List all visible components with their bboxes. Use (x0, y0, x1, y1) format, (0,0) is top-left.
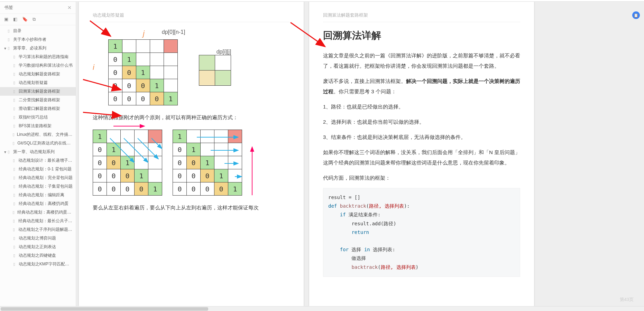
grid-2b: 101001000100001 (173, 130, 242, 196)
bookmark-icon[interactable]: 🔖 (22, 17, 28, 22)
grid2a-wrap: 101001000100001 (93, 130, 162, 196)
right-li1: 1、路径：也就是已经做出的选择。 (323, 102, 520, 112)
grid2b-wrap: 101001000100001 (173, 130, 242, 196)
outline-item[interactable]: ▯Linux的进程、线程、文件描述符是什… (0, 130, 76, 139)
outline-item-label: 经典动态规划：完全背包问题 (19, 175, 73, 181)
outline-item-label: 关于本小抄和作者 (13, 37, 46, 43)
outline-item[interactable]: ▯目录 (0, 27, 76, 35)
outline-item[interactable]: ▾▯第零章、必读系列 (0, 44, 76, 53)
outline-item[interactable]: ▯动态规划之子序列问题解题模板 (0, 225, 76, 234)
main-grid-wrap: j dp[0][n-1] 101001000100001 (108, 29, 185, 105)
right-p4: 代码方面，回溯算法的框架： (323, 173, 520, 183)
right-li3: 3、结束条件：也就是到达决策树底层，无法再做选择的条件。 (323, 132, 520, 142)
right-p2c: 。你只需要思考 3 个问题： (333, 88, 396, 94)
outline-item-label: 回溯算法解题套路框架 (19, 88, 60, 94)
outline-item-label: 动态规划之博弈问题 (19, 235, 56, 241)
page-left-header: 动态规划答疑篇 (93, 12, 290, 22)
right-li2: 2、选择列表：也就是你当前可以做的选择。 (323, 117, 520, 127)
close-icon[interactable]: ✕ (67, 5, 72, 10)
small-dp-grid (199, 55, 231, 86)
outline-item-label: 第零章、必读系列 (13, 45, 46, 51)
outline-item-label: Git/SQL/正则表达式的在线练习平台 (17, 140, 73, 146)
page-left: 动态规划答疑篇 i j dp[0][n-1] 101001000100001 d… (79, 2, 304, 306)
outline-item-label: 双指针技巧总结 (19, 114, 48, 120)
outline-icon[interactable]: ▣ (4, 17, 8, 22)
outline-item[interactable]: ▯经典动态规划：编辑距离 (0, 191, 76, 199)
sidebar-title: 书签 (4, 4, 13, 11)
page-right-header: 回溯算法解题套路框架 (323, 12, 520, 22)
outline-item[interactable]: ▾▯第一章、动态规划系列 (0, 148, 76, 156)
outline-item[interactable]: ▯关于本小抄和作者 (0, 35, 76, 44)
outline-item-label: 经典动态规划：编辑距离 (19, 192, 64, 198)
outline-item-label: 动态规划之子序列问题解题模板 (18, 227, 73, 233)
main-area: 书签 ✕ ▣ ◧ 🔖 ⧉ ▯目录▯关于本小抄和作者▾▯第零章、必读系列▯学习算法… (0, 2, 644, 306)
outline-item[interactable]: ▯动态规划之正则表达 (0, 243, 76, 251)
pages-viewport[interactable]: 动态规划答疑篇 i j dp[0][n-1] 101001000100001 d… (76, 2, 644, 306)
outline-item[interactable]: ▯回溯算法解题套路框架 (0, 87, 76, 96)
diagram-row-1: i j dp[0][n-1] 101001000100001 dp[i][j] (93, 29, 290, 105)
sidebar-toolbar: ▣ ◧ 🔖 ⧉ (0, 14, 76, 25)
outline-item-label: 学习数据结构和算法读什么书 (19, 63, 73, 68)
page-right: 回溯算法解题套路框架 回溯算法详解 这篇文章是很久之前的一篇《回溯算法详解》的进… (309, 2, 534, 306)
outline-item-label: 动态规划解题套路框架 (19, 71, 60, 77)
outline-item-label: 动态规划设计：最长递增子序列 (18, 158, 73, 163)
outline-item[interactable]: ▯经典动态规划：0-1 背包问题 (0, 165, 76, 173)
outline-item[interactable]: ▯动态规划之博弈问题 (0, 234, 76, 243)
outline-item[interactable]: ▯二分查找解题套路框架 (0, 96, 76, 104)
outline-item[interactable]: ▯动态规划答疑篇 (0, 78, 76, 87)
dp-top-label: dp[0][n-1] (162, 29, 185, 38)
outline-item-label: 学习算法和刷题的思路指南 (19, 54, 68, 60)
right-p2a: 废话不多说，直接上回溯算法框架。 (323, 78, 406, 84)
grid-2a: 101001000100001 (93, 130, 162, 196)
outline-item[interactable]: ▯学习数据结构和算法读什么书 (0, 61, 76, 70)
outline-item-label: 动态规划答疑篇 (19, 80, 48, 86)
outline-item-label: BFS算法套路框架 (19, 123, 52, 129)
help-badge-icon[interactable]: 📋 (632, 11, 640, 19)
outline-item[interactable]: ▯动态规划之四键键盘 (0, 251, 76, 260)
outline-item[interactable]: ▯BFS算法套路框架 (0, 122, 76, 130)
outline-item[interactable]: ▯Git/SQL/正则表达式的在线练习平台 (0, 139, 76, 148)
outline-item-label: 经典动态规划：高楼扔鸡蛋 (19, 201, 68, 207)
outline-item[interactable]: ▯经典动态规划：子集背包问题 (0, 182, 76, 191)
outline-item[interactable]: ▯学习算法和刷题的思路指南 (0, 53, 76, 61)
outline-item-label: 目录 (13, 28, 21, 34)
outline-item-label: 动态规划之四键键盘 (19, 253, 56, 258)
right-p3: 如果你不理解这三个词语的解释，没关系，我们后面会用「全排列」和「N 皇后问题」这… (323, 147, 520, 168)
small-grid-wrap: dp[i][j] (199, 49, 231, 86)
main-dp-grid: 101001000100001 (108, 39, 178, 105)
thumbnail-icon[interactable]: ◧ (13, 17, 17, 22)
outline-item[interactable]: ▯经典动态规划：完全背包问题 (0, 173, 76, 182)
outline-item[interactable]: ▯滑动窗口解题套路框架 (0, 104, 76, 113)
outline-item[interactable]: ▯动态规划解题套路框架 (0, 70, 76, 78)
scrollbar-thumb[interactable] (1, 307, 208, 311)
outline-item[interactable]: ▯动态规划之KMP字符匹配算法 (0, 260, 76, 268)
outline-item-label: 第一章、动态规划系列 (13, 149, 55, 155)
outline-item-label: 经典动态规划：高楼扔鸡蛋（进阶） (17, 209, 73, 215)
page-number-button[interactable]: 第43页 (620, 296, 634, 303)
outline-item-label: 经典动态规划：0-1 背包问题 (19, 166, 72, 172)
outline-item[interactable]: ▯双指针技巧总结 (0, 113, 76, 122)
outline-item-label: 经典动态规划：最长公共子序列 (18, 218, 73, 224)
outline-tree[interactable]: ▯目录▯关于本小抄和作者▾▯第零章、必读系列▯学习算法和刷题的思路指南▯学习数据… (0, 25, 76, 306)
j-axis-label: j (143, 29, 145, 38)
right-p1: 这篇文章是很久之前的一篇《回溯算法详解》的进阶版，之前那篇不够清楚，就不必看了，… (323, 50, 520, 71)
horizontal-scrollbar[interactable] (0, 306, 644, 311)
bookmarks-sidebar: 书签 ✕ ▣ ◧ 🔖 ⧉ ▯目录▯关于本小抄和作者▾▯第零章、必读系列▯学习算法… (0, 2, 76, 306)
outline-item-label: 动态规划之正则表达 (19, 244, 56, 250)
outline-item[interactable]: ▯经典动态规划：高楼扔鸡蛋 (0, 199, 76, 208)
dp-small-label: dp[i][j] (199, 49, 231, 55)
outline-item-label: Linux的进程、线程、文件描述符是什… (17, 132, 73, 138)
outline-item[interactable]: ▯动态规划设计：最长递增子序列 (0, 156, 76, 165)
outline-item-label: 经典动态规划：子集背包问题 (19, 183, 73, 189)
outline-item[interactable]: ▯经典动态规划：高楼扔鸡蛋（进阶） (0, 208, 76, 217)
code-block: result = [] def backtrack(路径, 选择列表): if … (323, 188, 520, 277)
sidebar-header: 书签 ✕ (0, 2, 76, 14)
right-p2: 废话不多说，直接上回溯算法框架。解决一个回溯问题，实际上就是一个决策树的遍历过程… (323, 76, 520, 97)
attach-icon[interactable]: ⧉ (33, 17, 36, 22)
outline-item[interactable]: ▯经典动态规划：最长公共子序列 (0, 217, 76, 225)
outline-item-label: 滑动窗口解题套路框架 (19, 106, 60, 112)
diagram-row-2: 101001000100001 101001000100001 (93, 130, 290, 196)
outline-item-label: 动态规划之KMP字符匹配算法 (19, 261, 73, 267)
outline-item-label: 二分查找解题套路框架 (19, 97, 60, 103)
left-para-2: 要么从左至右斜着遍历，要么从下向上从左到右遍历，这样才能保证每次 (93, 202, 290, 213)
